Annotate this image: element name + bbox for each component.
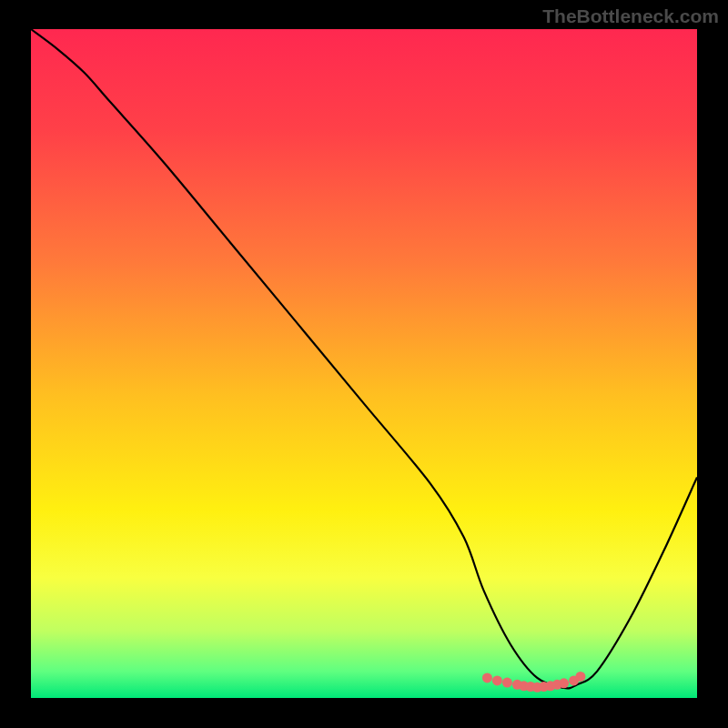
marker-dot — [559, 678, 569, 688]
gradient-background — [31, 29, 697, 698]
watermark-text: TheBottleneck.com — [542, 5, 719, 27]
marker-dot — [502, 678, 512, 688]
chart-svg — [31, 29, 697, 698]
chart-container: TheBottleneck.com — [0, 0, 728, 728]
marker-dot — [575, 672, 585, 682]
marker-dot — [482, 672, 492, 682]
marker-dot — [492, 675, 502, 685]
plot-area — [31, 29, 697, 698]
